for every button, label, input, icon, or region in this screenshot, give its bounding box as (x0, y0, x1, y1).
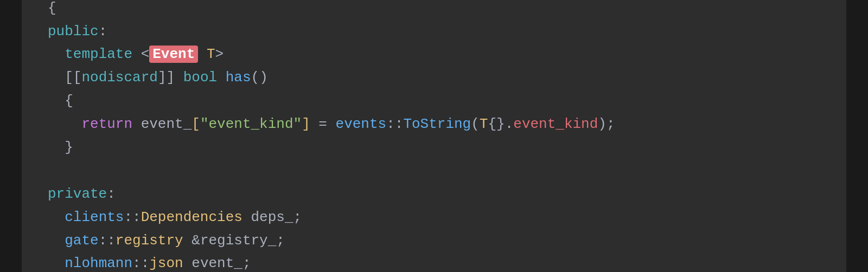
line-class-gate: class Gate { public: template <Event T> … (48, 0, 615, 272)
code-container: class Gate { public: template <Event T> … (22, 0, 846, 272)
code-block: class Gate { public: template <Event T> … (48, 0, 820, 272)
event-highlight: Event (149, 46, 198, 63)
